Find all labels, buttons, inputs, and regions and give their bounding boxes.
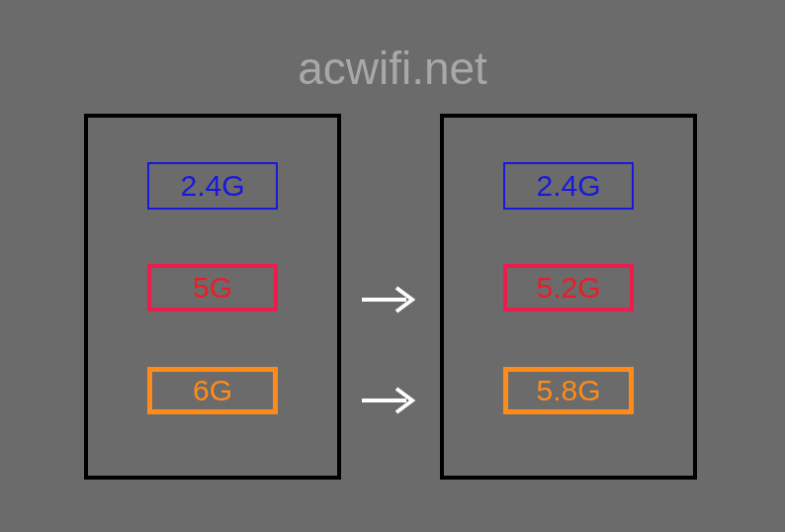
left-band-6g: 6G (147, 367, 278, 414)
page-title: acwifi.net (298, 42, 487, 95)
right-band-24g-label: 2.4G (536, 169, 600, 203)
right-band-52g: 5.2G (503, 264, 634, 311)
arrow-icon (359, 381, 423, 420)
left-band-5g-label: 5G (193, 271, 232, 305)
arrow-icon (359, 280, 423, 319)
left-band-24g: 2.4G (147, 162, 278, 210)
right-band-58g-label: 5.8G (536, 374, 600, 407)
right-panel: 2.4G 5.2G 5.8G (440, 114, 697, 480)
right-band-24g: 2.4G (503, 162, 634, 210)
left-panel: 2.4G 5G 6G (84, 114, 341, 480)
right-band-52g-label: 5.2G (536, 271, 600, 305)
right-band-58g: 5.8G (503, 367, 634, 414)
left-band-24g-label: 2.4G (180, 169, 244, 203)
left-band-5g: 5G (147, 264, 278, 311)
left-band-6g-label: 6G (193, 374, 232, 407)
